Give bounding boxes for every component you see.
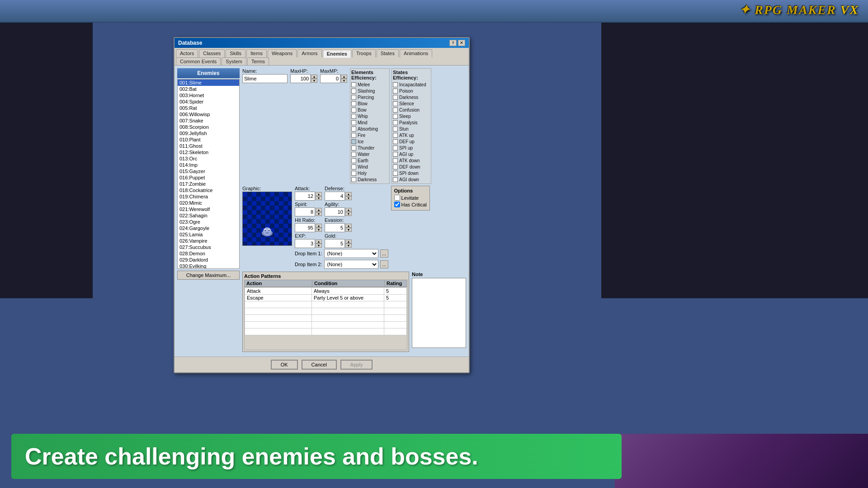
state-poison-checkbox[interactable]	[393, 89, 398, 94]
enemy-item-010[interactable]: 010:Plant	[178, 136, 239, 143]
enemies-list[interactable]: 001:Slime 002:Bat 003:Hornet 004:Spider …	[177, 79, 240, 269]
tab-system[interactable]: System	[222, 57, 246, 65]
defense-down[interactable]: ▼	[345, 196, 352, 200]
enemy-item-018[interactable]: 018:Cockatrice	[178, 187, 239, 193]
hit-ratio-up[interactable]: ▲	[316, 224, 322, 228]
name-input[interactable]	[242, 74, 288, 83]
apply-button[interactable]: Apply	[340, 360, 373, 370]
eff-slashing-checkbox[interactable]	[351, 89, 356, 94]
enemy-item-019[interactable]: 019:Chimera	[178, 193, 239, 200]
eff-bow-checkbox[interactable]	[351, 108, 356, 113]
ap-scroll-area[interactable]: Attack Always 5 Escape Party Level 5 or …	[244, 287, 407, 350]
enemy-item-023[interactable]: 023:Ogre	[178, 219, 239, 225]
evasion-down[interactable]: ▼	[345, 228, 352, 232]
drop-item1-select[interactable]: (None)	[324, 249, 378, 258]
state-paralysis-checkbox[interactable]	[393, 120, 398, 125]
tab-skills[interactable]: Skills	[226, 49, 245, 57]
tab-common-events[interactable]: Common Events	[176, 57, 221, 65]
enemy-item-009[interactable]: 009:Jellyfish	[178, 130, 239, 136]
enemy-item-001[interactable]: 001:Slime	[178, 80, 239, 86]
enemy-item-003[interactable]: 003:Hornet	[178, 92, 239, 99]
evasion-input[interactable]	[325, 223, 345, 232]
state-def-up-checkbox[interactable]	[393, 139, 398, 144]
evasion-up[interactable]: ▲	[345, 224, 352, 228]
state-agi-down-checkbox[interactable]	[393, 177, 398, 182]
enemy-item-030[interactable]: 030:Evilking	[178, 263, 239, 269]
state-atk-down-checkbox[interactable]	[393, 158, 398, 163]
cancel-button[interactable]: Cancel	[302, 360, 337, 370]
gold-down[interactable]: ▼	[345, 244, 352, 248]
eff-absorbing-checkbox[interactable]	[351, 127, 356, 131]
enemy-item-029[interactable]: 029:Darklord	[178, 257, 239, 263]
enemy-item-024[interactable]: 024:Gargoyle	[178, 225, 239, 231]
state-darkness-checkbox[interactable]	[393, 95, 398, 100]
close-button[interactable]: ✕	[458, 40, 465, 46]
state-silence-checkbox[interactable]	[393, 101, 398, 106]
maxhp-down[interactable]: ▼	[311, 79, 317, 83]
eff-darkness-checkbox[interactable]	[351, 177, 356, 182]
eff-blow-checkbox[interactable]	[351, 101, 356, 106]
eff-piercing-checkbox[interactable]	[351, 95, 356, 100]
attack-up[interactable]: ▲	[316, 192, 322, 196]
enemy-item-025[interactable]: 025:Lamia	[178, 231, 239, 238]
hit-ratio-down[interactable]: ▼	[316, 228, 322, 232]
gold-up[interactable]: ▲	[345, 239, 352, 244]
enemy-item-021[interactable]: 021:Werewolf	[178, 206, 239, 212]
ok-button[interactable]: OK	[271, 360, 298, 370]
attack-input[interactable]	[295, 192, 315, 201]
tab-classes[interactable]: Classes	[199, 49, 225, 57]
state-atk-up-checkbox[interactable]	[393, 133, 398, 138]
gold-input[interactable]	[325, 239, 345, 248]
enemy-item-011[interactable]: 011:Ghost	[178, 143, 239, 149]
eff-mind-checkbox[interactable]	[351, 120, 356, 125]
state-stun-checkbox[interactable]	[393, 127, 398, 131]
drop-item2-btn[interactable]: ...	[380, 260, 388, 268]
enemy-item-007[interactable]: 007:Snake	[178, 117, 239, 124]
enemy-item-015[interactable]: 015:Gayzer	[178, 168, 239, 174]
enemy-item-006[interactable]: 006:Willowisp	[178, 111, 239, 117]
change-maximum-button[interactable]: Change Maximum...	[177, 271, 240, 280]
agility-down[interactable]: ▼	[345, 212, 352, 216]
spirit-down[interactable]: ▼	[316, 212, 322, 216]
state-incapacitated-checkbox[interactable]	[393, 82, 398, 87]
enemy-item-002[interactable]: 002:Bat	[178, 86, 239, 92]
state-sleep-checkbox[interactable]	[393, 114, 398, 119]
eff-earth-checkbox[interactable]	[351, 158, 356, 163]
enemy-item-013[interactable]: 013:Orc	[178, 155, 239, 162]
enemy-item-028[interactable]: 028:Demon	[178, 250, 239, 257]
drop-item2-select[interactable]: (None)	[324, 260, 378, 269]
enemy-item-008[interactable]: 008:Scorpion	[178, 124, 239, 130]
eff-fire-checkbox[interactable]	[351, 133, 356, 138]
state-confusion-checkbox[interactable]	[393, 108, 398, 113]
maxhp-input[interactable]	[290, 74, 311, 83]
eff-holy-checkbox[interactable]	[351, 171, 356, 176]
defense-input[interactable]	[325, 192, 345, 201]
spirit-up[interactable]: ▲	[316, 208, 322, 212]
enemy-item-012[interactable]: 012:Skeleton	[178, 149, 239, 155]
graphic-box[interactable]	[242, 192, 292, 246]
eff-water-checkbox[interactable]	[351, 152, 356, 157]
enemy-item-014[interactable]: 014:Imp	[178, 162, 239, 168]
tab-actors[interactable]: Actors	[176, 49, 198, 57]
eff-wind-checkbox[interactable]	[351, 164, 356, 169]
tab-animations[interactable]: Animations	[400, 49, 432, 57]
eff-whip-checkbox[interactable]	[351, 114, 356, 119]
ap-row-2[interactable]: Escape Party Level 5 or above 5	[245, 295, 407, 301]
tab-weapons[interactable]: Weapons	[268, 49, 297, 57]
eff-melee-checkbox[interactable]	[351, 82, 356, 87]
agility-up[interactable]: ▲	[345, 208, 352, 212]
maxmp-input[interactable]	[320, 74, 340, 83]
drop-item1-btn[interactable]: ...	[380, 249, 388, 258]
maxhp-up[interactable]: ▲	[311, 75, 317, 79]
exp-down[interactable]: ▼	[316, 244, 322, 248]
tab-armors[interactable]: Armors	[297, 49, 321, 57]
exp-up[interactable]: ▲	[316, 239, 322, 244]
ap-row-1[interactable]: Attack Always 5	[245, 288, 407, 295]
enemy-item-022[interactable]: 022:Sahagin	[178, 212, 239, 219]
enemy-item-017[interactable]: 017:Zombie	[178, 181, 239, 187]
eff-ice-checkbox[interactable]	[351, 139, 356, 144]
maxmp-up[interactable]: ▲	[341, 75, 347, 79]
eff-thunder-checkbox[interactable]	[351, 145, 356, 150]
enemy-item-027[interactable]: 027:Succubus	[178, 244, 239, 250]
state-agi-up-checkbox[interactable]	[393, 152, 398, 157]
